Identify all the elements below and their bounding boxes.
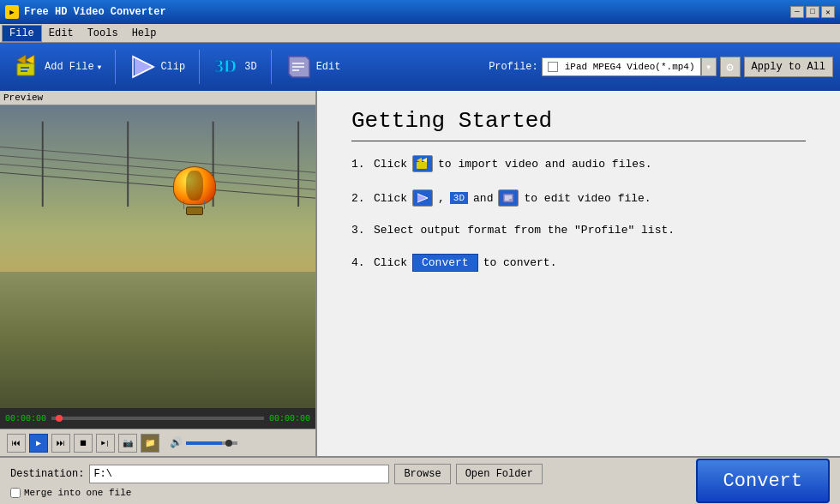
frame-forward-button[interactable]: ▶|	[96, 434, 115, 453]
time-end: 00:00:00	[269, 414, 310, 423]
minimize-button[interactable]: —	[790, 6, 804, 18]
step-2-after: to edit video file.	[524, 192, 651, 205]
svg-rect-25	[417, 162, 427, 169]
volume-fill	[186, 441, 222, 445]
profile-dropdown[interactable]: iPad MPEG4 Video(*.mp4)	[542, 57, 701, 76]
balloon-rope-left	[183, 201, 184, 209]
browse-button[interactable]: Browse	[394, 464, 450, 484]
volume-bar[interactable]	[186, 441, 237, 445]
power-lines	[0, 105, 315, 257]
toolbar-sep-1	[115, 50, 116, 84]
getting-started-title: Getting Started	[351, 108, 806, 141]
step-2-clip-icon	[412, 189, 433, 207]
destination-row: Destination: Browse Open Folder	[10, 464, 689, 484]
open-folder-button[interactable]: Open Folder	[456, 464, 543, 484]
bottom-bar: Destination: Browse Open Folder Merge in…	[0, 456, 840, 504]
step-4-convert-badge: Convert	[412, 254, 478, 272]
edit-button[interactable]: Edit	[279, 50, 348, 84]
stop-button[interactable]: ⏹	[74, 434, 93, 453]
balloon-stripe	[186, 171, 203, 201]
rewind-button[interactable]: ⏮	[7, 434, 26, 453]
window-controls: — □ ✕	[790, 6, 835, 18]
step-3-num: 3.	[351, 224, 369, 237]
step-4-num: 4.	[351, 256, 369, 269]
menu-edit[interactable]: Edit	[42, 26, 81, 41]
menu-file[interactable]: File	[2, 25, 42, 42]
clip-button[interactable]: Clip	[123, 50, 192, 84]
preview-panel: Preview	[0, 91, 317, 456]
steps-list: 1. Click to import video and audio files…	[351, 155, 806, 272]
profile-label: Profile:	[489, 61, 538, 73]
toolbar-sep-3	[271, 50, 272, 84]
volume-icon: 🔊	[170, 436, 183, 449]
fast-forward-button[interactable]: ⏭	[51, 434, 70, 453]
menu-tools[interactable]: Tools	[81, 26, 125, 41]
destination-input[interactable]	[89, 465, 389, 483]
add-file-button[interactable]: Add File ▼	[7, 50, 108, 84]
preview-ground	[0, 272, 315, 408]
clip-icon	[129, 53, 157, 81]
3d-icon: 3D	[213, 53, 241, 81]
step-2-3d-badge: 3D	[450, 192, 468, 204]
preview-video	[0, 105, 315, 408]
progress-dot	[56, 415, 63, 422]
merge-checkbox-area: Merge into one file	[10, 488, 689, 498]
destination-label: Destination:	[10, 468, 84, 480]
app-title: Free HD Video Converter	[24, 6, 790, 18]
volume-dot	[225, 440, 232, 447]
svg-rect-2	[17, 63, 34, 75]
step-1: 1. Click to import video and audio files…	[351, 155, 806, 172]
preview-label: Preview	[0, 91, 315, 105]
step-2-before: Click	[374, 192, 407, 205]
step-2-edit-icon	[498, 189, 519, 207]
balloon-body	[173, 166, 216, 205]
app-icon: ▶	[5, 5, 19, 19]
step-3: 3. Select output format from the "Profil…	[351, 224, 806, 237]
step-2-num: 2.	[351, 192, 369, 205]
clip-label: Clip	[160, 61, 185, 73]
step-3-text: Select output format from the "Profile" …	[374, 224, 675, 237]
3d-button[interactable]: 3D 3D	[207, 50, 263, 84]
step-1-before: Click	[374, 158, 407, 171]
restore-button[interactable]: □	[806, 6, 819, 18]
playback-controls: ⏮ ▶ ⏭ ⏹ ▶| 📷 📁 🔊	[0, 429, 315, 456]
merge-checkbox[interactable]	[10, 488, 21, 498]
add-file-dropdown-arrow[interactable]: ▼	[98, 63, 102, 71]
step-2-comma: ,	[438, 192, 445, 205]
menu-bar: File Edit Tools Help	[0, 24, 840, 43]
3d-label: 3D	[244, 61, 256, 73]
svg-rect-3	[21, 67, 29, 69]
profile-value: iPad MPEG4 Video(*.mp4)	[565, 62, 695, 72]
balloon-rope-right	[204, 201, 205, 209]
svg-marker-26	[417, 194, 428, 202]
play-button[interactable]: ▶	[29, 434, 48, 453]
step-2-and: and	[473, 192, 493, 205]
gear-button[interactable]: ⚙	[720, 57, 741, 77]
time-start: 00:00:00	[5, 414, 46, 423]
close-button[interactable]: ✕	[821, 6, 835, 18]
add-file-icon	[14, 53, 41, 81]
step-4-after: to convert.	[483, 256, 557, 269]
step-4-before: Click	[374, 256, 407, 269]
progress-bar[interactable]	[51, 417, 264, 420]
right-panel: Getting Started 1. Click to import video…	[317, 91, 840, 456]
folder-button[interactable]: 📁	[141, 434, 159, 453]
svg-text:3D: 3D	[215, 56, 237, 75]
toolbar-sep-2	[199, 50, 200, 84]
timeline: 00:00:00 00:00:00	[0, 408, 315, 429]
step-4: 4. Click Convert to convert.	[351, 254, 806, 272]
convert-button[interactable]: Convert	[696, 459, 830, 503]
toolbar: Add File ▼ Clip 3D 3D	[0, 43, 840, 91]
snapshot-button[interactable]: 📷	[118, 434, 137, 453]
step-1-add-icon	[412, 155, 433, 172]
apply-all-button[interactable]: Apply to All	[744, 57, 833, 77]
title-bar: ▶ Free HD Video Converter — □ ✕	[0, 0, 840, 24]
bottom-left: Destination: Browse Open Folder Merge in…	[10, 464, 689, 498]
balloon-basket	[186, 207, 203, 215]
balloon	[173, 166, 216, 218]
profile-dropdown-arrow[interactable]: ▼	[701, 57, 717, 76]
menu-help[interactable]: Help	[125, 26, 164, 41]
step-1-num: 1.	[351, 158, 369, 171]
profile-area: Profile: iPad MPEG4 Video(*.mp4) ▼ ⚙ App…	[489, 57, 833, 77]
edit-label: Edit	[316, 61, 341, 73]
